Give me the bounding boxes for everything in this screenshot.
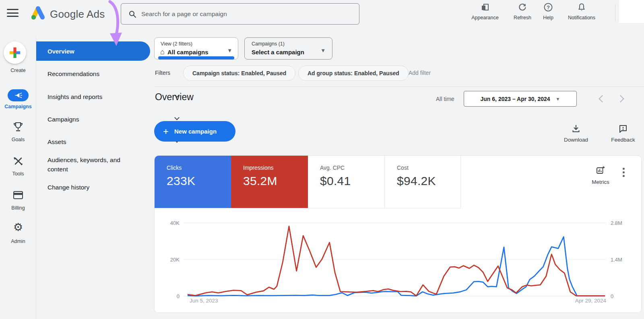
svg-text:20K: 20K — [170, 257, 180, 263]
appearance-button[interactable]: Appearance — [464, 2, 506, 21]
svg-text:40K: 40K — [170, 220, 180, 226]
gear-icon: ⚙ — [0, 222, 36, 233]
svg-text:0: 0 — [611, 293, 613, 299]
filter-chip-campaign-status[interactable]: Campaign status: Enabled, Paused — [183, 66, 295, 81]
appearance-icon — [480, 2, 490, 12]
rail-item-tools[interactable]: Tools — [0, 155, 36, 168]
notifications-button[interactable]: Notifications — [561, 2, 603, 21]
sidebar-item-insights-reports[interactable]: Insights and reports — [36, 92, 150, 101]
sidebar-item-audiences[interactable]: Audiences, keywords, and content — [36, 155, 137, 174]
search-placeholder: Search for a page or campaign — [141, 10, 227, 18]
tools-icon — [13, 156, 23, 166]
google-plus-icon — [8, 46, 21, 59]
menu-icon[interactable] — [7, 9, 19, 19]
more-options-icon[interactable] — [623, 168, 625, 179]
create-button[interactable] — [4, 41, 26, 64]
dropdown-caret-icon: ▼ — [556, 97, 560, 101]
view-selected-indicator — [158, 56, 234, 60]
download-icon — [571, 124, 581, 134]
scorecard-impressions[interactable]: Impressions 35.2M — [231, 156, 308, 208]
feedback-button[interactable]: Feedback — [607, 124, 639, 143]
add-filter-button[interactable]: Add filter — [409, 70, 431, 76]
megaphone-icon — [8, 89, 29, 101]
sidebar-item-campaigns[interactable]: Campaigns — [36, 115, 150, 124]
performance-line-chart[interactable]: 0020K1.4M40K2.8MJun 5, 2023Apr 29, 2024 — [155, 210, 641, 313]
dropdown-caret-icon: ▼ — [320, 47, 326, 54]
app-rail: Create Campaigns Goals Tools — [0, 36, 36, 319]
scorecard-cost[interactable]: Cost $94.2K — [384, 156, 461, 208]
svg-text:0: 0 — [177, 293, 180, 299]
rail-item-goals[interactable]: Goals — [0, 121, 36, 134]
search-input[interactable]: Search for a page or campaign — [121, 3, 359, 25]
rail-item-admin[interactable]: ⚙ Admin — [0, 222, 36, 233]
page-title: Overview — [155, 92, 194, 103]
filters-label: Filters — [155, 70, 170, 76]
overview-card: Clicks 233K Impressions 35.2M Avg. CPC $… — [154, 155, 642, 313]
rail-item-billing[interactable]: Billing — [0, 189, 36, 202]
sidebar-item-overview[interactable]: Overview — [36, 41, 150, 61]
sidebar-item-recommendations[interactable]: Recommendations — [36, 69, 150, 78]
sidebar-item-change-history[interactable]: Change history — [36, 183, 150, 192]
search-icon — [128, 10, 136, 18]
topbar-divider — [615, 4, 615, 21]
campaign-select-dropdown[interactable]: Campaigns (1) Select a campaign ▼ — [244, 37, 332, 60]
home-icon: ⌂ — [160, 48, 165, 56]
metrics-button[interactable]: Metrics — [584, 165, 617, 185]
filter-chip-adgroup-status[interactable]: Ad group status: Enabled, Paused — [298, 66, 409, 81]
google-ads-logo — [30, 5, 47, 21]
metrics-chart-icon — [596, 165, 605, 175]
annotation-arrow — [97, 0, 129, 56]
date-range-label: All time — [436, 96, 454, 102]
chevron-down-icon — [174, 115, 180, 120]
scorecard-clicks[interactable]: Clicks 233K — [155, 156, 231, 208]
date-range-picker[interactable]: Jun 6, 2023 – Apr 30, 2024 ▼ — [464, 91, 577, 107]
help-icon: ? — [543, 2, 553, 12]
svg-text:2.8M: 2.8M — [611, 220, 622, 226]
sidebar-item-assets[interactable]: Assets — [36, 137, 150, 146]
credit-card-icon — [13, 190, 23, 200]
svg-text:?: ? — [547, 4, 550, 10]
prev-period-chevron-icon[interactable] — [599, 95, 606, 102]
plus-icon: + — [163, 127, 169, 136]
trophy-icon — [13, 121, 23, 133]
svg-text:1.4M: 1.4M — [611, 257, 622, 263]
new-campaign-button[interactable]: + New campaign — [154, 121, 235, 142]
scorecard-band: Clicks 233K Impressions 35.2M Avg. CPC $… — [155, 156, 461, 208]
refresh-icon — [518, 2, 527, 12]
notifications-icon — [577, 2, 586, 12]
svg-text:Jun 5, 2023: Jun 5, 2023 — [190, 298, 218, 304]
next-period-chevron-icon[interactable] — [617, 95, 624, 102]
rail-item-create[interactable]: Create — [0, 36, 36, 76]
download-button[interactable]: Download — [560, 124, 592, 143]
svg-text:Apr 29, 2024: Apr 29, 2024 — [575, 298, 607, 304]
feedback-icon — [618, 124, 628, 134]
section-divider — [154, 86, 644, 87]
topbar-corner-panel — [619, 0, 644, 23]
scorecard-avg-cpc[interactable]: Avg. CPC $0.41 — [308, 156, 384, 208]
dropdown-caret-icon: ▼ — [227, 47, 232, 54]
